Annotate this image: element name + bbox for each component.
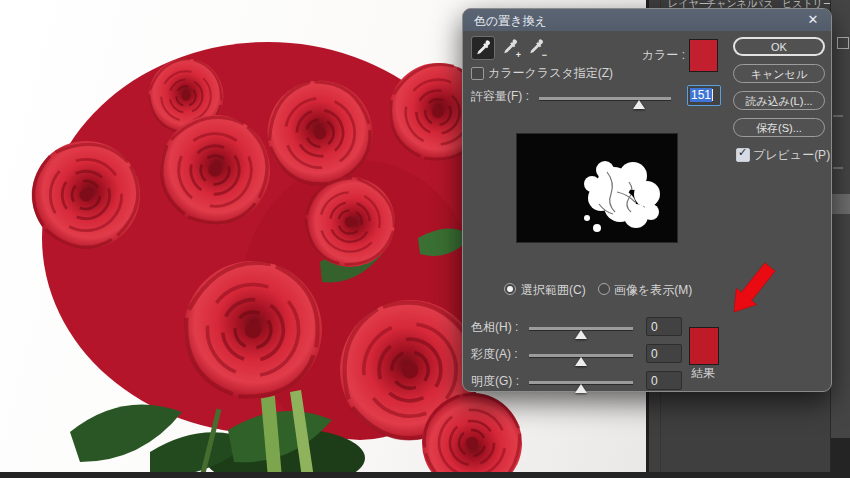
lightness-input[interactable]: 0	[646, 371, 682, 390]
preview-checkbox[interactable]: ✓	[736, 148, 750, 162]
lightness-label: 明度(G) :	[471, 373, 519, 390]
result-color-swatch[interactable]	[689, 327, 719, 365]
check-icon: ✓	[738, 146, 747, 159]
field-fragment	[833, 115, 843, 117]
lightness-slider-thumb[interactable]	[575, 384, 587, 393]
annotation-arrow	[722, 262, 778, 318]
save-button[interactable]: 保存(S)...	[733, 118, 825, 137]
saturation-label: 彩度(A) :	[471, 346, 518, 363]
selection-radio[interactable]	[504, 283, 516, 295]
color-cluster-checkbox[interactable]	[471, 67, 484, 80]
image-radio[interactable]	[598, 283, 610, 295]
saturation-slider-thumb[interactable]	[575, 357, 587, 366]
result-label: 結果	[689, 365, 717, 382]
ok-button[interactable]: OK	[733, 37, 825, 56]
hue-slider-thumb[interactable]	[575, 330, 587, 339]
load-button[interactable]: 読み込み(L)...	[733, 91, 825, 110]
color-cluster-label: カラークラスタ指定(Z)	[488, 65, 613, 82]
selection-mask-image	[517, 134, 675, 240]
eyedropper-icon	[475, 40, 491, 56]
close-icon[interactable]: ✕	[805, 11, 821, 27]
subtract-from-sample-tool-button[interactable]: −	[525, 36, 547, 58]
dialog-titlebar[interactable]: 色の置き換え ✕	[463, 9, 831, 31]
dialog-title: 色の置き換え	[474, 13, 547, 30]
canvas-bottom-edge	[0, 472, 850, 478]
image-radio-label: 画像を表示(M)	[614, 282, 692, 299]
panel-button-fragment[interactable]	[830, 194, 850, 214]
selected-color-swatch[interactable]	[689, 39, 718, 72]
mask-preview-thumbnail[interactable]	[516, 133, 678, 243]
photoshop-screen: レイヤー チャンネル パス ヒストリー 色の置き換え ✕	[0, 0, 850, 478]
eyedropper-tool-button[interactable]	[471, 36, 495, 60]
cancel-button[interactable]: キャンセル	[733, 64, 825, 83]
tolerance-label: 許容量(F) :	[471, 88, 529, 105]
add-to-sample-tool-button[interactable]: +	[499, 36, 521, 58]
tolerance-input[interactable]: 151	[687, 85, 721, 106]
properties-panel-sliver	[830, 0, 850, 478]
color-label: カラー :	[613, 47, 685, 64]
saturation-input[interactable]: 0	[646, 344, 682, 363]
hue-input[interactable]: 0	[646, 317, 682, 336]
minus-glyph: −	[542, 50, 547, 60]
hue-label: 色相(H) :	[471, 319, 518, 336]
preview-checkbox-label: プレビュー(P)	[753, 147, 830, 164]
text-caret	[712, 89, 713, 101]
transform-icon[interactable]	[837, 37, 849, 49]
selection-radio-label: 選択範囲(C)	[521, 282, 586, 299]
tolerance-slider-thumb[interactable]	[633, 100, 645, 109]
replace-color-dialog: 色の置き換え ✕ + − カラー : カラークラスタ指定(Z)	[462, 8, 832, 392]
plus-glyph: +	[516, 50, 521, 60]
tolerance-slider-track[interactable]	[539, 97, 671, 101]
field-fragment	[833, 167, 843, 169]
